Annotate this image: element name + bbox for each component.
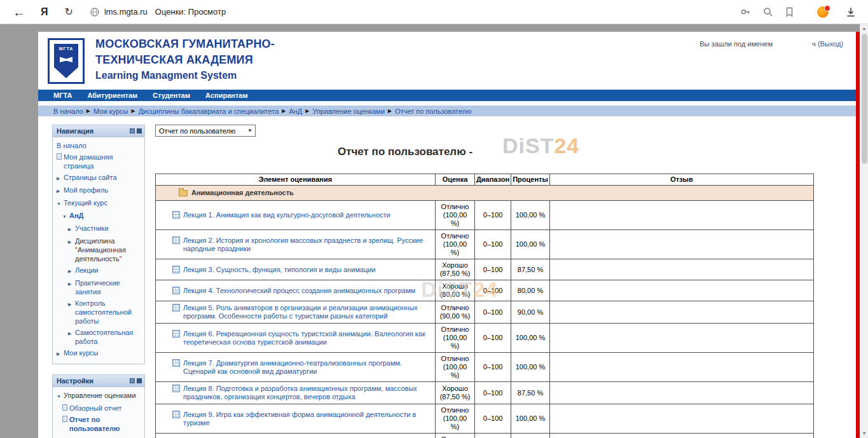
scrollbar-up-arrow[interactable]: ▲ (860, 24, 868, 33)
scrollbar-thumb[interactable] (862, 34, 867, 164)
sidebar-item-label[interactable]: Практические занятия (75, 278, 141, 296)
feedback-cell (549, 280, 813, 301)
folder-icon (179, 190, 188, 196)
sidebar-item-label[interactable]: Отчет по пользователю (69, 415, 141, 433)
grade-value-cell: Отлично(100,00 %) (436, 404, 475, 434)
password-manager-icon[interactable] (740, 6, 751, 17)
address-url[interactable]: lms.mgta.ru (104, 7, 148, 17)
breadcrumb-link[interactable]: Дисциплины бакалавриата и специалитета (139, 107, 279, 115)
downloads-icon[interactable] (845, 6, 857, 18)
chevron-right-icon[interactable]: ▶ (68, 224, 75, 234)
feedback-cell (549, 301, 813, 324)
back-icon[interactable]: ← (13, 6, 25, 18)
chevron-right-icon[interactable]: ▶ (57, 186, 64, 196)
grade-item-link[interactable]: Лекция 9. Игра как эффективная форма ани… (183, 411, 431, 427)
report-type-select[interactable]: Отчет по пользователю ▼ (155, 125, 256, 137)
feedback-cell (549, 230, 813, 259)
sidebar-item[interactable]: ▶Страницы сайта (54, 172, 143, 184)
column-header: Оценка (436, 174, 475, 186)
item-name-cell: Лекция 4. Технологический процесс создан… (156, 280, 436, 301)
sidebar-item-label[interactable]: Мой профиль (64, 186, 108, 195)
breadcrumb-link[interactable]: АнД (289, 107, 302, 115)
grade-item-link[interactable]: Лекция 4. Технологический процесс создан… (183, 287, 431, 295)
chevron-down-icon[interactable]: ▼ (57, 198, 64, 209)
grade-item-link[interactable]: Лекция 6. Рекреационная сущность туристс… (183, 330, 431, 346)
chevron-down-icon[interactable]: ▼ (57, 391, 64, 401)
column-header: Отзыв (549, 174, 813, 186)
feedback-cell (549, 382, 813, 404)
grade-row: Лекция 8. Подготовка и разработка анимац… (156, 382, 814, 404)
navbar-item[interactable]: Аспирантам (205, 92, 247, 99)
sidebar-item-label[interactable]: Обзорный отчет (69, 404, 121, 413)
sidebar-item[interactable]: ▶Практические занятия (54, 277, 143, 298)
grade-row: Лекция 4. Технологический процесс создан… (156, 280, 814, 301)
sidebar-item-label[interactable]: В начало (57, 141, 86, 150)
breadcrumb-separator-icon: ▶ (305, 108, 309, 114)
chevron-right-icon[interactable]: ▶ (68, 328, 75, 338)
sidebar-item[interactable]: Моя домашняя страница (54, 151, 143, 172)
sidebar-item[interactable]: ▶Лекции (54, 264, 143, 277)
grade-item-link[interactable]: Лекция 7. Драматургия анимационно-театра… (183, 359, 431, 376)
grade-value-cell: Отлично(100,00 %) (436, 201, 475, 230)
main-area: Отчет по пользователю ▼ Отчет по пользов… (155, 125, 814, 438)
navbar-item[interactable]: Абитуриентам (87, 92, 137, 99)
refresh-icon[interactable]: ↻ (65, 6, 73, 18)
chevron-right-icon[interactable]: ▶ (68, 299, 75, 309)
sidebar-item[interactable]: ▶Мои курсы (54, 347, 143, 360)
sidebar-item[interactable]: ▶Мой профиль (54, 184, 143, 197)
tab-title: Оценки: Просмотр (155, 7, 226, 17)
grade-item-link[interactable]: Лекция 2. История и хронология массовых … (183, 236, 431, 253)
sidebar-item-label[interactable]: АнД (69, 211, 83, 220)
sidebar-item[interactable]: ▶Самостоятельная работа (54, 327, 143, 347)
grade-item-link[interactable]: Лекция 5. Роль аниматоров в организации … (183, 304, 431, 320)
grade-item-link[interactable]: Лекция 3. Сущность, функция, типология и… (183, 266, 431, 274)
sidebar-item-label[interactable]: Участники (75, 224, 109, 233)
sidebar-item-label[interactable]: Контроль самостоятельной работы (75, 299, 141, 325)
sidebar-item-label[interactable]: Самостоятельная работа (75, 328, 141, 346)
search-icon[interactable] (762, 6, 773, 17)
grade-item-link[interactable]: Лекция 1. Анимация как вид культурно-дос… (183, 211, 431, 219)
grade-item-link[interactable]: Лекция 8. Подготовка и разработка анимац… (183, 385, 431, 401)
chevron-right-icon[interactable]: ▶ (68, 266, 75, 276)
sidebar-item-label[interactable]: Мои курсы (64, 348, 98, 357)
collapse-block-icon[interactable] (137, 378, 142, 383)
move-block-icon[interactable] (130, 128, 135, 133)
chevron-right-icon[interactable]: ▶ (68, 236, 75, 247)
chevron-down-icon[interactable]: ▼ (62, 211, 69, 221)
sidebar-item-label[interactable]: Страницы сайта (64, 173, 117, 182)
grade-value-cell: Отлично(100,00 %) (436, 353, 475, 382)
bookmark-icon[interactable] (785, 7, 794, 17)
sidebar-item[interactable]: Обзорный отчет (54, 402, 143, 414)
sidebar-item-label[interactable]: Текущий курс (64, 198, 107, 207)
sidebar-item[interactable]: ▶Контроль самостоятельной работы (54, 298, 143, 327)
breadcrumb-link[interactable]: Мои курсы (93, 107, 128, 115)
chevron-right-icon[interactable]: ▶ (57, 173, 64, 183)
browser-toolbar: ← Я ↻ lms.mgta.ru Оценки: Просмотр (0, 0, 868, 24)
sidebar-item: ▶Дисциплина "Анимационная деятельность" (54, 235, 143, 264)
navbar-item[interactable]: МГТА (53, 92, 72, 99)
sidebar-item[interactable]: Отчет по пользователю (54, 414, 143, 434)
navbar-item[interactable]: Студентам (153, 92, 190, 99)
address-bar[interactable]: lms.mgta.ru (90, 7, 148, 17)
sidebar-item[interactable]: В начало (54, 140, 143, 151)
academy-name-line1: МОСКОВСКАЯ ГУМАНИТАРНО- (95, 36, 275, 52)
move-block-icon[interactable] (130, 378, 135, 383)
collapse-block-icon[interactable] (137, 128, 142, 133)
column-header: Проценты (511, 174, 550, 186)
sidebar-item[interactable]: ▼АнД (54, 210, 143, 222)
scrollbar-down-arrow[interactable]: ▼ (860, 429, 868, 438)
scrollbar[interactable]: ▲ ▼ (860, 24, 868, 438)
sidebar-item[interactable]: ▶Участники (54, 222, 143, 235)
browser-logo[interactable]: Я (41, 6, 48, 18)
range-cell: 0–100 (475, 404, 511, 434)
breadcrumb-link[interactable]: Управление оценками (312, 107, 385, 115)
breadcrumb-link[interactable]: Отчет по пользователю (395, 107, 471, 115)
sidebar-item-label[interactable]: Лекции (75, 266, 99, 275)
chevron-right-icon[interactable]: ▶ (57, 348, 64, 359)
notification-icon[interactable] (817, 6, 829, 18)
sidebar-item-label[interactable]: Моя домашняя страница (64, 153, 141, 170)
logout-link[interactable]: (Выход) (818, 40, 843, 48)
sidebar-item[interactable]: ▼Текущий курс (54, 197, 143, 210)
chevron-right-icon[interactable]: ▶ (68, 278, 75, 289)
breadcrumb-link[interactable]: В начало (53, 107, 83, 115)
